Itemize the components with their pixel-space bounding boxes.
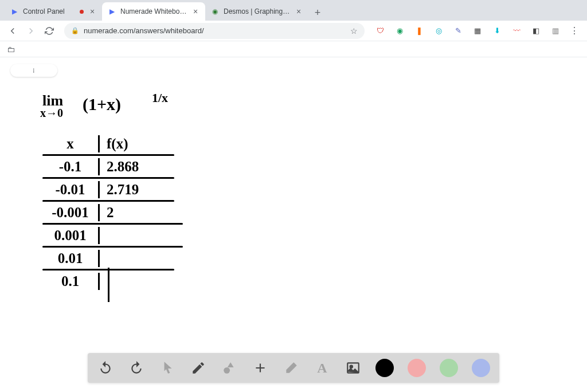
value-table: x f(x) -0.1 2.868 -0.01 2.719 -0.001 2 0…	[42, 133, 183, 292]
menu-button[interactable]: ⋮	[566, 23, 582, 39]
header-fx: f(x)	[100, 135, 169, 152]
undo-button[interactable]	[97, 359, 114, 377]
table-row: 0.1	[42, 271, 183, 292]
table-row: 0.001	[42, 225, 183, 246]
ext-icon-3[interactable]: ❚	[414, 26, 424, 36]
cell-x: -0.1	[42, 158, 100, 175]
text-tool[interactable]: A	[314, 359, 331, 377]
svg-point-2	[350, 366, 353, 368]
color-blue[interactable]	[472, 359, 490, 377]
cell-x: 0.1	[42, 273, 100, 290]
url-text: numerade.com/answers/whiteboard/	[84, 26, 204, 35]
lim-subscript: x→0	[40, 106, 63, 120]
lim-expression: (1+x)	[83, 94, 121, 115]
add-tool[interactable]	[252, 359, 269, 377]
color-black[interactable]	[375, 359, 394, 377]
ext-icon-9[interactable]: ◧	[531, 26, 541, 36]
handwriting-area: lim x→0 (1+x) 1/x x f(x) -0.1 2.868 -0.0…	[40, 92, 183, 292]
tab-control-panel[interactable]: ▶ Control Panel ×	[5, 2, 102, 21]
cell-x: -0.01	[42, 181, 100, 198]
table-header: x f(x)	[42, 133, 183, 154]
star-icon[interactable]: ☆	[350, 26, 358, 36]
bookmarks-bar: 🗀	[0, 41, 587, 57]
redo-button[interactable]	[128, 359, 145, 377]
new-tab-button[interactable]: +	[310, 5, 326, 21]
eraser-tool[interactable]	[283, 359, 300, 377]
forward-button[interactable]	[23, 23, 39, 39]
table-row: -0.1 2.868	[42, 156, 183, 177]
reload-button[interactable]	[41, 23, 57, 39]
ext-icon-7[interactable]: ⬇	[492, 26, 502, 36]
cell-fx: 2.868	[100, 158, 169, 175]
folder-icon[interactable]: 🗀	[7, 45, 15, 54]
color-green[interactable]	[440, 359, 458, 377]
whiteboard-toolbar: A	[88, 353, 499, 383]
lock-icon: 🔒	[71, 27, 79, 34]
ext-icon-10[interactable]: ▥	[550, 26, 561, 36]
table-vertical-ext	[108, 268, 109, 302]
shapes-tool[interactable]	[221, 359, 238, 377]
desmos-icon: ◉	[211, 7, 219, 15]
pointer-tool[interactable]	[159, 359, 176, 377]
ext-icon-5[interactable]: ✎	[453, 26, 463, 36]
ext-icon-2[interactable]: ◉	[394, 26, 405, 36]
tab-title: Numerade Whiteboard	[120, 7, 187, 15]
color-red[interactable]	[408, 359, 426, 377]
lim-exponent: 1/x	[152, 91, 168, 105]
pencil-tool[interactable]	[190, 359, 207, 377]
table-row: -0.01 2.719	[42, 179, 183, 200]
image-tool[interactable]	[345, 359, 362, 377]
nav-bar: 🔒 numerade.com/answers/whiteboard/ ☆ 🛡 ◉…	[0, 21, 587, 41]
triangle-icon: ▶	[108, 7, 116, 15]
ext-icon-1[interactable]: 🛡	[375, 26, 385, 36]
tab-title: Control Panel	[23, 7, 75, 15]
tab-strip: ▶ Control Panel × ▶ Numerade Whiteboard …	[0, 0, 587, 21]
cell-x: 0.01	[42, 250, 100, 267]
cell-x: 0.001	[42, 227, 100, 244]
content-area: ⁞ lim x→0 (1+x) 1/x x f(x) -0.1 2.868 -0…	[0, 57, 587, 392]
cell-x: -0.001	[42, 204, 100, 221]
cell-fx: 2	[100, 204, 169, 221]
svg-point-0	[224, 367, 230, 374]
table-row: -0.001 2	[42, 202, 183, 223]
triangle-icon: ▶	[10, 7, 18, 15]
tab-title: Desmos | Graphing Calculator	[224, 7, 290, 15]
back-button[interactable]	[5, 23, 21, 39]
limit-equation: lim x→0 (1+x) 1/x	[40, 92, 183, 123]
close-icon[interactable]: ×	[191, 7, 199, 15]
tab-desmos[interactable]: ◉ Desmos | Graphing Calculator ×	[205, 2, 308, 21]
cell-fx: 2.719	[100, 181, 169, 198]
ext-icon-8[interactable]: 〰	[511, 26, 522, 36]
ext-icon-4[interactable]: ◎	[433, 26, 444, 36]
header-x: x	[42, 135, 100, 152]
url-bar[interactable]: 🔒 numerade.com/answers/whiteboard/ ☆	[64, 23, 365, 39]
table-row: 0.01	[42, 248, 183, 269]
close-icon[interactable]: ×	[88, 7, 96, 15]
close-icon[interactable]: ×	[295, 7, 303, 15]
collapse-button[interactable]: ⁞	[10, 64, 57, 77]
ext-icon-6[interactable]: ▦	[472, 26, 483, 36]
recording-indicator-icon	[80, 10, 84, 14]
tab-numerade[interactable]: ▶ Numerade Whiteboard ×	[102, 2, 205, 21]
